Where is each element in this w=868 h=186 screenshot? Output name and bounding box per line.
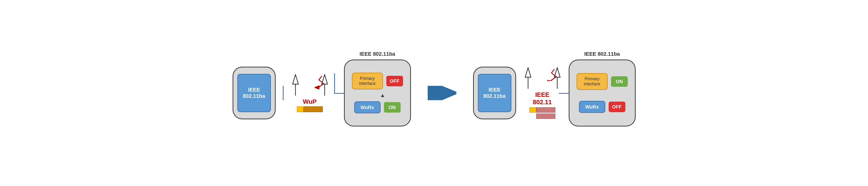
on-label-s2: ON bbox=[616, 79, 623, 84]
antennas-s1 bbox=[291, 74, 329, 96]
middle-s1: WuP bbox=[291, 74, 329, 112]
wup-packet-s1 bbox=[297, 106, 323, 112]
packet-pink-top-s2 bbox=[536, 107, 555, 113]
packet-row-2-s2 bbox=[536, 114, 555, 119]
packet-row-1-s2 bbox=[529, 107, 555, 113]
arrow-icon bbox=[428, 86, 456, 100]
primary-interface-label-s1: Primary interface bbox=[359, 76, 376, 86]
primary-interface-box-s2: Primary interface bbox=[577, 73, 608, 90]
ieee-red-line1-s2: IEEE bbox=[535, 91, 549, 98]
wurx-label-s2: WuRx bbox=[585, 104, 598, 110]
antenna-left-s2 bbox=[523, 67, 533, 89]
on-button-s2[interactable]: ON bbox=[611, 76, 628, 87]
diagram-container: IEEE 802.11ba bbox=[223, 55, 645, 131]
antenna-right-s1 bbox=[315, 74, 329, 96]
wup-label-s1: WuP bbox=[303, 98, 316, 105]
svg-marker-10 bbox=[547, 80, 548, 81]
wurx-box-s1: WuRx bbox=[354, 101, 380, 113]
ieee-box-s1: IEEE 802.11ba bbox=[237, 74, 271, 112]
right-device-wrapper-s2: IEEE 802.11ba Primary interface ON Wu bbox=[569, 60, 636, 126]
packet-yellow-s2 bbox=[529, 107, 536, 113]
connector-s1 bbox=[283, 86, 283, 100]
antenna-left-icon-s1 bbox=[291, 74, 300, 96]
off-label-s1: OFF bbox=[390, 79, 399, 84]
ieee-packet-area-s2: IEEE 802.11 bbox=[529, 91, 555, 119]
antennas-s2 bbox=[523, 67, 561, 89]
wurx-label-s1: WuRx bbox=[361, 105, 374, 110]
big-arrow bbox=[421, 86, 464, 100]
scenario-1: IEEE 802.11ba bbox=[232, 60, 411, 126]
packet-pink-bottom-s2 bbox=[536, 114, 555, 119]
off-button-s1[interactable]: OFF bbox=[386, 76, 403, 86]
horiz-connector-s2 bbox=[559, 93, 569, 94]
scenario-2: IEEE 802.11ba bbox=[473, 60, 636, 126]
middle-s2: IEEE 802.11 bbox=[523, 67, 561, 119]
horiz-connector-s1 bbox=[334, 93, 345, 94]
packet-stack-s2 bbox=[529, 107, 555, 119]
antenna-left-s1 bbox=[291, 74, 300, 96]
panel-row-1-s1: Primary interface OFF bbox=[349, 73, 405, 89]
wurx-box-s2: WuRx bbox=[579, 101, 605, 113]
svg-marker-7 bbox=[525, 68, 531, 77]
left-device-s2: IEEE 802.11ba bbox=[473, 67, 516, 119]
packet-orange-s1 bbox=[304, 106, 323, 112]
panel-row-2-s2: WuRx OFF bbox=[574, 101, 630, 113]
left-device-s1: IEEE 802.11ba bbox=[232, 67, 276, 119]
antenna-right-icon-s1 bbox=[315, 74, 329, 96]
antenna-right-icon-s2 bbox=[547, 67, 561, 89]
right-device-wrapper-s1: IEEE 802.11ba Primary interface OFF ▲ bbox=[344, 60, 411, 126]
panel-row-2-s1: WuRx ON bbox=[349, 101, 405, 113]
ieee-red-label-s2: IEEE 802.11 bbox=[533, 91, 552, 106]
primary-interface-label-s2: Primary interface bbox=[584, 76, 600, 87]
off-label-s2: OFF bbox=[612, 104, 622, 110]
svg-marker-0 bbox=[292, 74, 298, 84]
panel-row-1-s2: Primary interface ON bbox=[574, 73, 630, 90]
ieee-standard-label-s1: IEEE 802.11ba bbox=[360, 51, 395, 57]
ieee-red-line2-s2: 802.11 bbox=[533, 98, 552, 106]
ieee-label-s1: IEEE 802.11ba bbox=[243, 87, 265, 99]
inner-arrow-s1: ▲ bbox=[370, 93, 385, 98]
wup-area-s1: WuP bbox=[297, 98, 323, 112]
antenna-left-icon-s2 bbox=[523, 67, 533, 89]
ieee-label-s2: IEEE 802.11ba bbox=[484, 87, 505, 99]
vert-line-top-s1 bbox=[283, 86, 283, 100]
on-label-s1: ON bbox=[389, 105, 396, 110]
ieee-box-s2: IEEE 802.11ba bbox=[478, 74, 512, 112]
up-arrow-icon-s1: ▲ bbox=[380, 93, 385, 98]
packet-yellow-s1 bbox=[297, 106, 304, 112]
antenna-right-s2 bbox=[547, 67, 561, 89]
on-button-s1[interactable]: ON bbox=[384, 102, 401, 113]
right-device-s1: Primary interface OFF ▲ WuRx ON bbox=[344, 60, 411, 126]
right-device-s2: Primary interface ON WuRx OFF bbox=[569, 60, 636, 126]
vert-inner-line-s1 bbox=[334, 73, 335, 93]
ieee-standard-label-s2: IEEE 802.11ba bbox=[584, 51, 620, 57]
off-button-s2[interactable]: OFF bbox=[609, 102, 625, 112]
primary-interface-box-s1: Primary interface bbox=[352, 73, 383, 89]
